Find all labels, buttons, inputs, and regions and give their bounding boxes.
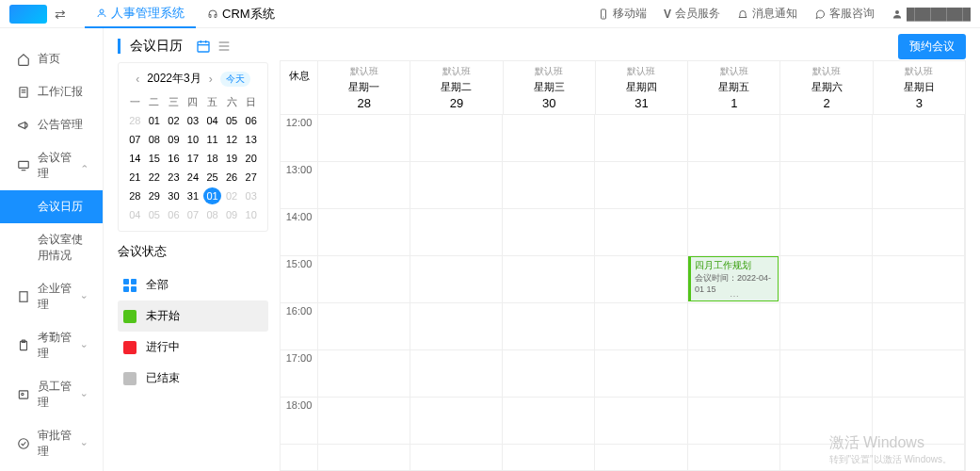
- mini-calendar: ‹ 2022年3月 › 今天 一二三四五六日 28010203040506070…: [118, 62, 268, 232]
- nav-meeting-calendar[interactable]: 会议日历: [0, 190, 103, 223]
- minical-day[interactable]: 04: [126, 206, 144, 223]
- minical-day[interactable]: 31: [185, 187, 202, 204]
- minical-day[interactable]: 21: [126, 169, 144, 186]
- calendar-event[interactable]: 四月工作规划 会议时间：2022-04-01 15 ⋯: [688, 256, 779, 301]
- status-ended[interactable]: 已结束: [118, 363, 268, 394]
- minical-day[interactable]: 08: [203, 206, 221, 223]
- minical-day[interactable]: 12: [223, 131, 241, 148]
- minical-day[interactable]: 10: [185, 131, 202, 148]
- minical-next[interactable]: ›: [209, 73, 213, 86]
- minical-day[interactable]: 22: [146, 169, 164, 186]
- top-support[interactable]: 客服咨询: [814, 6, 875, 22]
- minical-day[interactable]: 18: [203, 150, 221, 167]
- minical-day[interactable]: 03: [242, 187, 260, 204]
- top-user[interactable]: ████████: [892, 8, 971, 21]
- clipboard-icon: [17, 339, 30, 352]
- status-notstarted[interactable]: 未开始: [118, 300, 268, 332]
- nav-home[interactable]: 首页: [0, 42, 103, 75]
- minical-day[interactable]: 29: [146, 187, 164, 204]
- minical-day[interactable]: 05: [223, 112, 241, 129]
- nav-attendance[interactable]: 考勤管理: [0, 321, 103, 370]
- tab-crm-label: CRM系统: [222, 6, 275, 23]
- status-all[interactable]: 全部: [118, 269, 268, 300]
- minical-prev[interactable]: ‹: [136, 73, 139, 86]
- time-label: 17:00: [281, 350, 317, 398]
- minical-day[interactable]: 17: [185, 150, 202, 167]
- red-swatch: [123, 341, 137, 354]
- minical-today-btn[interactable]: 今天: [220, 72, 250, 87]
- minical-dow: 一: [126, 92, 144, 112]
- minical-day[interactable]: 23: [165, 169, 183, 186]
- time-label: 15:00: [281, 256, 317, 303]
- calendar-day-column[interactable]: [318, 115, 410, 470]
- minical-day[interactable]: 24: [185, 169, 202, 186]
- minical-day[interactable]: 19: [223, 150, 241, 167]
- top-mobile[interactable]: 移动端: [598, 6, 647, 22]
- time-label: 13:00: [281, 162, 317, 209]
- minical-day[interactable]: 04: [203, 112, 221, 129]
- minical-dow: 日: [242, 92, 260, 112]
- minical-day[interactable]: 05: [146, 206, 164, 223]
- minical-day[interactable]: 10: [242, 206, 260, 223]
- calendar-header: 休息 默认班星期一28默认班星期二29默认班星期三30默认班星期四31默认班星期…: [280, 60, 966, 115]
- minical-day[interactable]: 01: [203, 187, 221, 204]
- calendar-day-header: 默认班星期二29: [410, 61, 503, 114]
- panel-title: 会议日历: [130, 38, 183, 55]
- minical-day[interactable]: 06: [242, 112, 260, 129]
- minical-day[interactable]: 09: [165, 131, 183, 148]
- minical-day[interactable]: 07: [126, 131, 144, 148]
- minical-day[interactable]: 26: [223, 169, 241, 186]
- swap-icon[interactable]: ⇄: [55, 7, 66, 22]
- minical-day[interactable]: 09: [223, 206, 241, 223]
- minical-day[interactable]: 06: [165, 206, 183, 223]
- calendar-day-column[interactable]: [873, 115, 965, 470]
- minical-day[interactable]: 30: [165, 187, 183, 204]
- minical-day[interactable]: 25: [203, 169, 221, 186]
- minical-day[interactable]: 01: [146, 112, 164, 129]
- list-view-icon[interactable]: [217, 39, 232, 54]
- minical-day[interactable]: 27: [242, 169, 260, 186]
- tab-hr-label: 人事管理系统: [111, 5, 185, 22]
- nav-announce[interactable]: 公告管理: [0, 108, 103, 141]
- minical-day[interactable]: 07: [185, 206, 202, 223]
- minical-day[interactable]: 15: [146, 150, 164, 167]
- nav-meeting-room[interactable]: 会议室使用情况: [0, 223, 103, 272]
- id-icon: [17, 388, 30, 401]
- nav-report[interactable]: 工作汇报: [0, 75, 103, 108]
- event-title: 四月工作规划: [695, 259, 774, 272]
- minical-day[interactable]: 20: [242, 150, 260, 167]
- nav-company[interactable]: 企业管理: [0, 272, 103, 321]
- tab-crm[interactable]: CRM系统: [196, 0, 286, 28]
- minical-day[interactable]: 11: [203, 131, 221, 148]
- nav-meeting[interactable]: 会议管理: [0, 141, 103, 190]
- minical-day[interactable]: 13: [242, 131, 260, 148]
- tab-hr[interactable]: 人事管理系统: [85, 0, 196, 28]
- chat-icon: [814, 8, 826, 20]
- svg-rect-9: [20, 292, 27, 302]
- rest-label: 休息: [281, 61, 318, 114]
- status-inprogress[interactable]: 进行中: [118, 332, 268, 363]
- bell-icon: [737, 8, 748, 20]
- minical-day[interactable]: 16: [165, 150, 183, 167]
- minical-day[interactable]: 28: [126, 112, 144, 129]
- calendar-day-header: 默认班星期三30: [504, 61, 596, 114]
- top-notify[interactable]: 消息通知: [737, 6, 797, 22]
- top-vip[interactable]: V 会员服务: [664, 6, 720, 22]
- minical-day[interactable]: 08: [146, 131, 164, 148]
- calendar-day-column[interactable]: [503, 115, 595, 470]
- mobile-icon: [598, 8, 609, 20]
- calendar-view-icon[interactable]: [196, 39, 211, 54]
- new-meeting-button[interactable]: 预约会议: [898, 34, 966, 59]
- nav-employee[interactable]: 员工管理: [0, 370, 103, 419]
- calendar-day-column[interactable]: [595, 115, 687, 470]
- calendar-day-column[interactable]: [410, 115, 503, 470]
- minical-day[interactable]: 02: [165, 112, 183, 129]
- minical-day[interactable]: 03: [185, 112, 202, 129]
- minical-day[interactable]: 28: [126, 187, 144, 204]
- time-label: 16:00: [281, 303, 317, 350]
- calendar-day-column[interactable]: [780, 115, 873, 470]
- nav-approval[interactable]: 审批管理: [0, 419, 103, 468]
- minical-day[interactable]: 02: [223, 187, 241, 204]
- minical-day[interactable]: 14: [126, 150, 144, 167]
- check-circle-icon: [17, 437, 30, 450]
